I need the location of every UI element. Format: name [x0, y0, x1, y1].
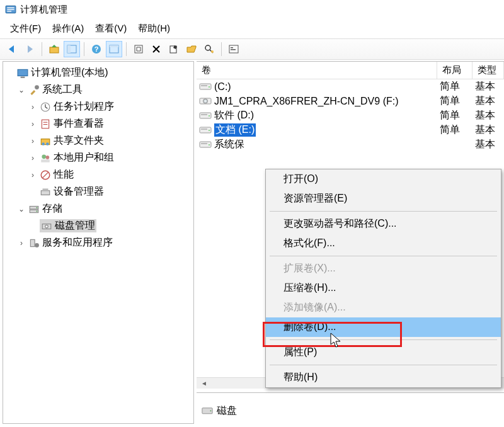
volume-row[interactable]: 系统保基本: [197, 137, 504, 152]
menu-action[interactable]: 操作(A): [52, 23, 84, 35]
up-button[interactable]: [46, 41, 62, 57]
svg-rect-57: [201, 128, 207, 130]
svg-point-18: [211, 50, 214, 53]
window-title: 计算机管理: [20, 4, 67, 16]
svg-point-31: [46, 142, 49, 145]
ctx-delete-volume[interactable]: 删除卷(D)...: [266, 317, 501, 337]
menu-help[interactable]: 帮助(H): [138, 23, 170, 35]
svg-point-42: [37, 210, 38, 212]
tree-services-apps[interactable]: ›服务和应用程序: [17, 234, 192, 251]
expand-icon[interactable]: ›: [28, 171, 37, 179]
expand-icon[interactable]: ⌄: [17, 205, 26, 214]
tree-storage[interactable]: ⌄ 存储: [17, 200, 192, 217]
svg-rect-27: [43, 122, 48, 122]
volume-label: JM1_CPRA_X86FRER_ZH-CN_DV9 (F:): [214, 96, 399, 107]
col-layout[interactable]: 布局: [437, 62, 472, 79]
titlebar: 计算机管理: [0, 0, 504, 19]
blank-twisty: [6, 69, 14, 77]
svg-rect-2: [7, 9, 14, 9]
toolbar-separator: [221, 42, 222, 56]
volume-type: 基本: [472, 138, 504, 151]
device-icon: [40, 186, 51, 198]
volume-row[interactable]: JM1_CPRA_X86FRER_ZH-CN_DV9 (F:)简单基本: [197, 94, 504, 108]
svg-rect-28: [43, 124, 48, 125]
tree-disk-management[interactable]: 磁盘管理: [28, 217, 192, 234]
svg-point-44: [45, 225, 49, 228]
svg-rect-20: [231, 47, 233, 48]
clock-icon: [40, 101, 51, 113]
volume-type: 基本: [472, 80, 504, 93]
storage-icon: [28, 203, 40, 215]
expand-icon[interactable]: ›: [28, 137, 37, 145]
svg-rect-1: [7, 8, 14, 8]
volume-type: 基本: [472, 123, 504, 137]
refresh-button[interactable]: [130, 41, 147, 57]
ctx-explorer[interactable]: 资源管理器(E): [266, 189, 501, 208]
menubar: 文件(F) 操作(A) 查看(V) 帮助(H): [0, 19, 504, 38]
ctx-shrink[interactable]: 压缩卷(H)...: [266, 278, 501, 298]
volume-label: 系统保: [214, 138, 244, 151]
svg-point-24: [35, 85, 39, 89]
event-icon: [40, 118, 51, 130]
svg-line-36: [43, 172, 49, 178]
open-button[interactable]: [183, 41, 200, 57]
col-type[interactable]: 类型: [472, 62, 504, 79]
volume-label: 软件 (D:): [214, 109, 254, 122]
show-hide-tree-button[interactable]: [64, 41, 80, 57]
delete-button[interactable]: [148, 41, 164, 57]
computer-icon: [17, 67, 28, 79]
settings-button[interactable]: [226, 41, 242, 57]
tree-label: 设备管理器: [54, 185, 104, 198]
svg-point-41: [37, 207, 38, 208]
expand-icon[interactable]: ⌄: [17, 86, 26, 94]
tree-performance[interactable]: ›性能: [28, 166, 192, 183]
svg-rect-22: [18, 69, 28, 76]
svg-point-61: [209, 144, 210, 145]
navigation-tree[interactable]: 计算机管理(本地) ⌄ 系统工具 ›任务计划程序 ›事件查看器 ›共享文件夹 ›…: [3, 61, 194, 424]
ctx-format[interactable]: 格式化(F)...: [266, 234, 501, 253]
hard-drive-icon: [199, 111, 212, 121]
tree-shared-folders[interactable]: ›共享文件夹: [28, 132, 192, 149]
expand-icon[interactable]: ›: [28, 154, 37, 162]
ctx-change-letter[interactable]: 更改驱动器号和路径(C)...: [266, 214, 501, 234]
svg-rect-60: [201, 143, 207, 144]
menu-file[interactable]: 文件(F): [10, 23, 41, 35]
app-icon: [5, 4, 16, 15]
help-button[interactable]: ?: [88, 41, 105, 57]
svg-rect-13: [110, 45, 118, 47]
tree-local-users[interactable]: ›本地用户和组: [28, 149, 192, 166]
volume-row[interactable]: 文档 (E:)简单基本: [197, 123, 504, 137]
tree-label: 服务和应用程序: [42, 236, 113, 249]
tree-system-tools[interactable]: ⌄ 系统工具: [17, 81, 192, 98]
hard-drive-icon: [199, 125, 212, 135]
tree-device-manager[interactable]: 设备管理器: [28, 183, 192, 200]
hard-drive-icon: [199, 140, 212, 150]
expand-icon[interactable]: ›: [17, 239, 26, 248]
volume-row[interactable]: 软件 (D:)简单基本: [197, 108, 504, 123]
ctx-add-mirror: 添加镜像(A)...: [266, 298, 501, 317]
svg-point-30: [42, 142, 45, 145]
expand-icon[interactable]: ›: [28, 103, 37, 111]
ctx-divider: [270, 211, 497, 212]
tree-root[interactable]: 计算机管理(本地): [6, 64, 192, 81]
ctx-properties[interactable]: 属性(P): [266, 343, 501, 362]
expand-icon[interactable]: ›: [28, 120, 37, 128]
ctx-help[interactable]: 帮助(H): [266, 368, 501, 387]
properties-button[interactable]: [166, 41, 182, 57]
back-button[interactable]: [4, 41, 20, 57]
menu-view[interactable]: 查看(V): [95, 23, 127, 35]
scroll-left-icon[interactable]: ◄: [199, 379, 209, 389]
tree-label: 任务计划程序: [54, 100, 114, 113]
tree-event-viewer[interactable]: ›事件查看器: [28, 115, 192, 132]
volume-row[interactable]: (C:)简单基本: [197, 79, 504, 94]
context-menu[interactable]: 打开(O) 资源管理器(E) 更改驱动器号和路径(C)... 格式化(F)...…: [265, 169, 501, 388]
forward-button[interactable]: [21, 41, 38, 57]
find-button[interactable]: [201, 41, 217, 57]
tree-task-scheduler[interactable]: ›任务计划程序: [28, 98, 192, 115]
hard-drive-icon: [199, 82, 212, 92]
svg-marker-4: [9, 45, 14, 53]
details-view-button[interactable]: [106, 41, 122, 57]
col-volume[interactable]: 卷: [197, 62, 437, 79]
svg-point-58: [209, 130, 210, 131]
ctx-open[interactable]: 打开(O): [266, 169, 501, 189]
